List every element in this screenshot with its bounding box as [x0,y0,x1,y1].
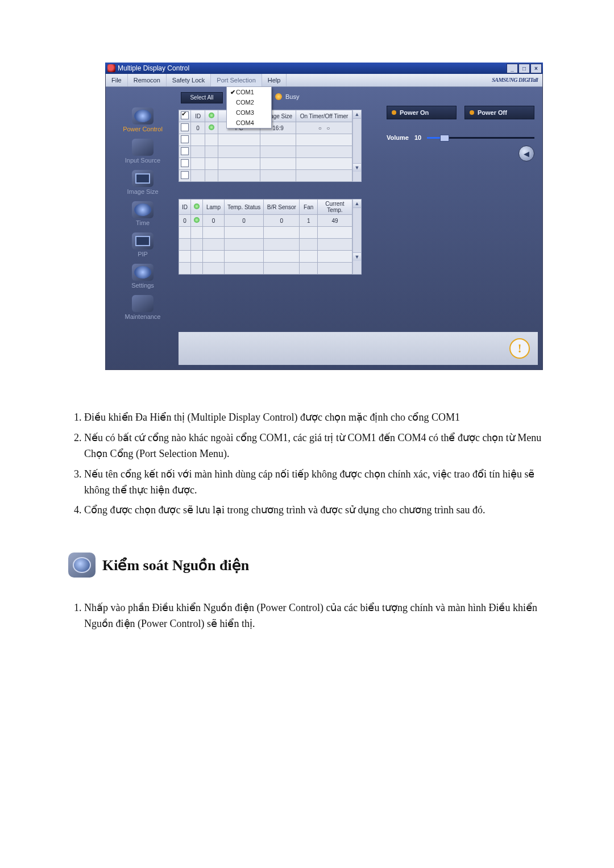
table-row[interactable] [179,134,352,146]
app-icon [107,64,115,72]
port-option-com2[interactable]: COM2 [227,97,271,107]
sidebar-item-time[interactable]: Time [109,200,176,230]
table-row[interactable] [179,251,352,263]
sidebar-item-settings[interactable]: Settings [109,263,176,293]
menu-remocon[interactable]: Remocon [128,74,167,86]
table-scrollbar[interactable]: ▲ ▼ [352,199,362,275]
sidebar: Power Control Input Source Image Size Ti… [109,89,176,324]
warning-icon: ! [509,338,530,359]
pip-icon [132,232,154,250]
window-title: Multiple Display Control [118,63,189,74]
row-checkbox[interactable] [181,123,189,131]
maintenance-icon [132,295,154,312]
doc-item-3: Nếu tên cổng kết nối với màn hình dùng c… [84,467,546,499]
warning-bar: ! [179,332,538,365]
volume-value: 10 [414,134,421,141]
scroll-up-icon[interactable]: ▲ [353,200,361,208]
document-body: Điều khiển Đa Hiển thị (Multiple Display… [68,410,546,632]
doc-item-2: Nếu có bất cứ cổng nào khác ngoài cổng C… [84,430,546,462]
port-option-com1[interactable]: ✔ COM1 [227,87,271,97]
table-row[interactable] [179,227,352,239]
table-scrollbar[interactable]: ▲ ▼ [352,110,362,182]
scroll-down-icon[interactable]: ▼ [353,252,361,261]
row-status-led [209,124,214,130]
status-led-icon [209,113,214,118]
menu-safety-lock[interactable]: Safety Lock [167,74,211,86]
port-option-com4[interactable]: COM4 [227,118,271,128]
row-status-led [194,217,200,223]
header-checkbox[interactable] [181,111,189,119]
menu-help[interactable]: Help [262,74,287,86]
status-led-icon [194,203,200,209]
brand-logo: SAMSUNG DIGITall [492,74,538,86]
doc-item-1: Điều khiển Đa Hiển thị (Multiple Display… [84,410,546,426]
menu-file[interactable]: File [106,74,128,86]
time-icon [132,201,154,218]
power-volume-panel: Power On Power Off Volume 10 [387,106,534,161]
scroll-down-icon[interactable]: ▼ [353,163,361,172]
table-row[interactable] [179,239,352,251]
settings-icon [132,264,154,281]
slider-knob-icon[interactable] [440,135,449,142]
scroll-up-icon[interactable]: ▲ [353,110,361,119]
sidebar-item-power-control[interactable]: Power Control [109,106,176,136]
table-row[interactable] [179,170,352,182]
port-selection-dropdown: ✔ COM1 COM2 COM3 COM4 [226,86,272,128]
table-row[interactable] [179,263,352,275]
table-row[interactable] [179,158,352,170]
window-minimize-button[interactable]: _ [507,64,518,73]
sidebar-item-image-size[interactable]: Image Size [109,169,176,199]
image-size-icon [132,170,154,187]
volume-label: Volume [387,134,409,141]
status-table: ID Lamp Temp. Status B/R Sensor Fan Curr… [179,199,362,275]
table-row[interactable] [179,146,352,158]
menubar: File Remocon Safety Lock Port Selection … [106,74,542,87]
window-close-button[interactable]: × [530,64,542,73]
menu-port-selection[interactable]: Port Selection [211,74,262,86]
window-maximize-button[interactable]: □ [518,64,530,73]
busy-indicator: Busy [275,93,299,100]
power-dot-icon [470,110,474,115]
check-icon: ✔ [229,87,236,97]
volume-slider[interactable] [427,137,534,139]
power-icon [132,107,154,124]
table-row[interactable]: 0 0 0 0 1 49 [179,215,352,227]
sidebar-item-maintenance[interactable]: Maintenance [109,294,176,324]
doc-sec-item-1: Nhấp vào phần Điều khiển Nguồn điện (Pow… [84,600,546,632]
power-dot-icon [392,110,396,115]
sidebar-item-pip[interactable]: PIP [109,231,176,261]
sidebar-item-input-source[interactable]: Input Source [109,138,176,168]
section-heading: Kiểm soát Nguồn điện [68,553,546,578]
power-off-button[interactable]: Power Off [464,106,534,119]
section-title: Kiểm soát Nguồn điện [102,556,249,574]
power-section-icon [68,553,96,578]
app-screenshot: Multiple Display Control _ □ × File Remo… [105,63,543,370]
select-all-button[interactable]: Select All [181,92,223,103]
window-titlebar: Multiple Display Control _ □ × [105,63,543,74]
doc-item-4: Cổng được chọn được sẽ lưu lại trong chư… [84,502,546,518]
power-on-button[interactable]: Power On [387,106,457,119]
input-source-icon [132,139,154,156]
speaker-icon[interactable]: ◀ [518,146,534,161]
port-option-com3[interactable]: COM3 [227,107,271,118]
busy-icon [275,93,282,100]
